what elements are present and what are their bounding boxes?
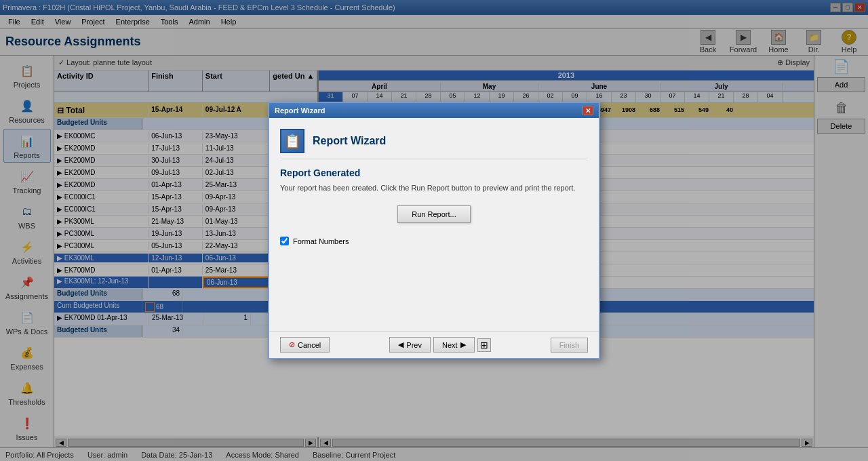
report-wizard-modal: Report Wizard ✕ 📋 Report Wizard Report G…: [268, 102, 600, 359]
modal-footer: ⊘ Cancel ◀ Prev Next ▶ ⊞ Finish: [269, 331, 599, 358]
modal-close-button[interactable]: ✕: [583, 106, 593, 115]
footer-left: ⊘ Cancel: [280, 337, 330, 353]
modal-body: 📋 Report Wizard Report Generated Your re…: [269, 118, 599, 331]
modal-overlay: Report Wizard ✕ 📋 Report Wizard Report G…: [0, 0, 868, 461]
finish-button[interactable]: Finish: [551, 338, 588, 353]
prev-label: Prev: [406, 341, 422, 349]
wizard-header: 📋 Report Wizard: [280, 129, 588, 159]
footer-center: ◀ Prev Next ▶ ⊞: [389, 337, 490, 353]
format-numbers-label: Format Numbers: [293, 237, 349, 245]
report-generated-msg: Your report has been created. Click the …: [280, 184, 588, 192]
run-report-container: Run Report...: [280, 205, 588, 223]
modal-title-bar: Report Wizard ✕: [269, 103, 599, 118]
wizard-content: Report Generated Your report has been cr…: [280, 167, 588, 320]
run-report-button[interactable]: Run Report...: [397, 205, 470, 223]
cancel-label: Cancel: [298, 341, 321, 349]
footer-right: Finish: [551, 338, 588, 353]
prev-button[interactable]: ◀ Prev: [389, 337, 431, 353]
report-generated-title: Report Generated: [280, 167, 588, 178]
prev-arrow-icon: ◀: [398, 340, 403, 349]
wizard-icon: 📋: [280, 129, 304, 153]
next-button[interactable]: Next ▶: [433, 337, 475, 353]
format-numbers-checkbox[interactable]: [280, 237, 289, 245]
format-numbers-row: Format Numbers: [280, 237, 588, 245]
cancel-icon: ⊘: [289, 340, 295, 349]
next-label: Next: [442, 341, 458, 349]
grid-icon: ⊞: [477, 338, 491, 352]
next-arrow-icon: ▶: [460, 340, 466, 349]
modal-title: Report Wizard: [275, 106, 325, 115]
cancel-button[interactable]: ⊘ Cancel: [280, 337, 330, 353]
wizard-title: Report Wizard: [313, 135, 386, 147]
